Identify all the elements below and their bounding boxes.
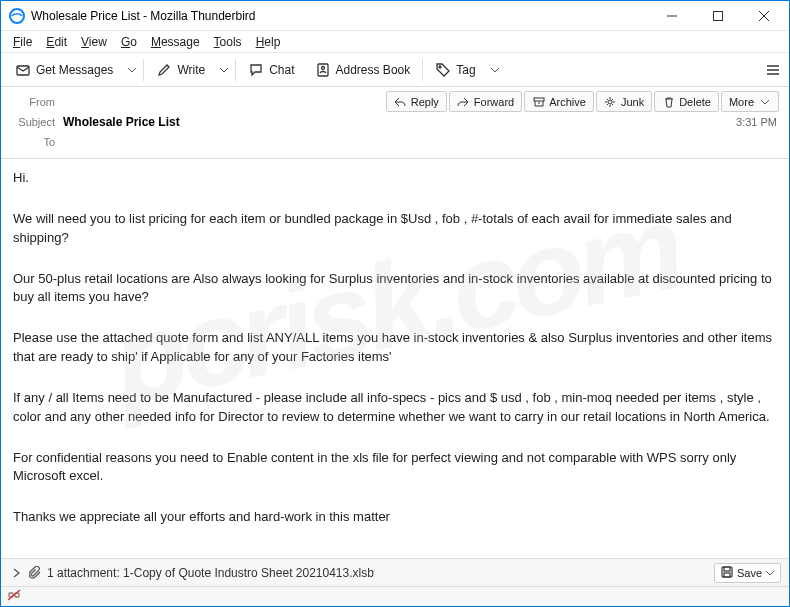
menu-file[interactable]: File (7, 33, 38, 51)
body-paragraph: Please use the attached quote form and l… (13, 329, 777, 367)
chevron-down-icon (766, 567, 774, 579)
write-dropdown[interactable] (217, 66, 231, 74)
from-label: From (11, 96, 63, 108)
svg-rect-16 (724, 573, 730, 577)
junk-label: Junk (621, 96, 644, 108)
download-icon (15, 62, 31, 78)
window-titlebar: Wholesale Price List - Mozilla Thunderbi… (1, 1, 789, 31)
trash-icon (662, 95, 675, 108)
svg-rect-12 (534, 98, 544, 101)
tag-icon (435, 62, 451, 78)
archive-button[interactable]: Archive (524, 91, 594, 112)
chat-label: Chat (269, 63, 294, 77)
tag-label: Tag (456, 63, 475, 77)
delete-label: Delete (679, 96, 711, 108)
paperclip-icon (27, 566, 43, 579)
archive-label: Archive (549, 96, 586, 108)
close-button[interactable] (741, 1, 787, 31)
toolbar-separator (422, 59, 423, 81)
menu-go[interactable]: Go (115, 33, 143, 51)
address-book-icon (315, 62, 331, 78)
chat-button[interactable]: Chat (240, 58, 302, 82)
reply-icon (394, 95, 407, 108)
menu-bar: File Edit View Go Message Tools Help (1, 31, 789, 53)
tag-button[interactable]: Tag (427, 58, 483, 82)
attachment-bar: 1 attachment: 1-Copy of Quote Industro S… (1, 558, 789, 586)
svg-point-7 (321, 66, 324, 69)
junk-icon (604, 95, 617, 108)
subject-label: Subject (11, 116, 63, 128)
status-bar (1, 586, 789, 606)
chevron-down-icon (758, 95, 771, 108)
menu-edit[interactable]: Edit (40, 33, 73, 51)
app-icon (9, 8, 25, 24)
get-messages-button[interactable]: Get Messages (7, 58, 121, 82)
message-header: From Reply Forward Archive Junk Delete M… (1, 87, 789, 159)
save-icon (721, 566, 733, 580)
maximize-button[interactable] (695, 1, 741, 31)
to-label: To (11, 136, 63, 148)
menu-tools[interactable]: Tools (208, 33, 248, 51)
write-label: Write (177, 63, 205, 77)
forward-icon (457, 95, 470, 108)
body-paragraph: Our 50-plus retail locations are Also al… (13, 270, 777, 308)
address-book-button[interactable]: Address Book (307, 58, 419, 82)
svg-point-8 (439, 66, 441, 68)
offline-icon[interactable] (7, 588, 21, 605)
address-book-label: Address Book (336, 63, 411, 77)
archive-icon (532, 95, 545, 108)
pencil-icon (156, 62, 172, 78)
save-attachment-button[interactable]: Save (714, 563, 781, 583)
tag-dropdown[interactable] (488, 66, 502, 74)
delete-button[interactable]: Delete (654, 91, 719, 112)
reply-button[interactable]: Reply (386, 91, 447, 112)
forward-label: Forward (474, 96, 514, 108)
forward-button[interactable]: Forward (449, 91, 522, 112)
minimize-button[interactable] (649, 1, 695, 31)
more-label: More (729, 96, 754, 108)
get-messages-label: Get Messages (36, 63, 113, 77)
body-paragraph: If any / all Items need to be Manufactur… (13, 389, 777, 427)
menu-message[interactable]: Message (145, 33, 206, 51)
body-paragraph: Hi. (13, 169, 777, 188)
reply-label: Reply (411, 96, 439, 108)
main-toolbar: Get Messages Write Chat Address Book Tag (1, 53, 789, 87)
body-paragraph: For confidential reasons you need to Ena… (13, 449, 777, 487)
svg-line-19 (8, 590, 20, 600)
toolbar-separator (235, 59, 236, 81)
get-messages-dropdown[interactable] (125, 66, 139, 74)
toolbar-separator (143, 59, 144, 81)
body-paragraph: We will need you to list pricing for eac… (13, 210, 777, 248)
window-title: Wholesale Price List - Mozilla Thunderbi… (31, 9, 649, 23)
svg-rect-2 (714, 11, 723, 20)
subject-value: Wholesale Price List (63, 115, 736, 129)
message-time: 3:31 PM (736, 116, 779, 128)
app-menu-button[interactable] (763, 60, 783, 80)
write-button[interactable]: Write (148, 58, 213, 82)
attachment-expand[interactable] (9, 568, 23, 578)
more-button[interactable]: More (721, 91, 779, 112)
chat-icon (248, 62, 264, 78)
svg-point-13 (608, 100, 612, 104)
message-body: Hi. We will need you to list pricing for… (1, 159, 789, 594)
attachment-summary[interactable]: 1 attachment: 1-Copy of Quote Industro S… (47, 566, 714, 580)
menu-help[interactable]: Help (250, 33, 287, 51)
body-paragraph: Thanks we appreciate all your efforts an… (13, 508, 777, 527)
save-label: Save (737, 567, 762, 579)
junk-button[interactable]: Junk (596, 91, 652, 112)
svg-rect-15 (724, 567, 730, 571)
menu-view[interactable]: View (75, 33, 113, 51)
